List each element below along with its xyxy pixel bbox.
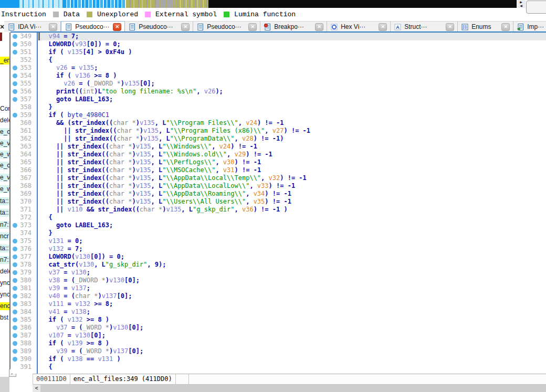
function-list-item[interactable]: Cor xyxy=(0,105,9,113)
code-line[interactable]: 373 goto LABEL_163; xyxy=(10,221,546,229)
pseudocode-status-bar: 000111D0enc_all_files:349 (411DD0) xyxy=(33,374,546,385)
navband-scroll-control[interactable]: ▶ ◀ xyxy=(517,0,526,8)
line-number: 372 xyxy=(16,214,32,221)
tab-pseudocode-3[interactable]: Pseudoco···✕ xyxy=(193,21,260,32)
code-line[interactable]: 382 v40 = (char *)v137[0]; xyxy=(10,292,546,300)
code-text: { xyxy=(38,56,546,64)
tab-pseudocode-1[interactable]: Pseudoco···✕ xyxy=(61,21,125,32)
navband-scroll-forward-icon[interactable]: ▶ xyxy=(520,1,522,4)
code-line[interactable]: 370 || str_index((char *)v135, L"\\Users… xyxy=(10,198,546,206)
function-list-item[interactable]: ta:: xyxy=(0,209,9,217)
code-line[interactable]: 364 || str_index((char *)v135, L"\\Windo… xyxy=(10,151,546,158)
function-list-item[interactable]: e_wi xyxy=(0,151,9,158)
code-line[interactable]: 378 cat_str(v130, L"g_skp_dir", 9); xyxy=(10,261,546,269)
tab-breakpoints-4[interactable]: Breakpo···✕ xyxy=(260,21,327,32)
code-line[interactable]: 361 || str_index((char *)v135, L"\\Progr… xyxy=(10,127,546,135)
close-panel-button[interactable]: × xyxy=(0,21,4,32)
function-list-item[interactable]: ncr xyxy=(0,232,9,240)
tab-close-button[interactable]: ✕ xyxy=(501,23,510,31)
navband-detach-button[interactable] xyxy=(526,1,546,14)
code-line[interactable]: 389 v39 = (_WORD *)v137[0]; xyxy=(10,347,546,355)
code-line[interactable]: 355 v26 = (_DWORD *)v135[0]; xyxy=(10,80,546,88)
code-line[interactable]: 352 { xyxy=(10,56,546,64)
code-line[interactable]: 365 || str_index((char *)v135, L"\\PerfL… xyxy=(10,158,546,166)
tab-imports-8[interactable]: Imp···✕ xyxy=(513,21,546,32)
code-line[interactable]: 388 if ( v139 >= 8 ) xyxy=(10,340,546,347)
tab-close-button[interactable]: ✕ xyxy=(446,23,454,31)
code-line[interactable]: 371 || v110 && str_index((char *)v135, L… xyxy=(10,206,546,214)
code-line[interactable]: 377 LOWORD(v130[0]) = 0; xyxy=(10,253,546,261)
code-line[interactable]: 368 || str_index((char *)v135, L"\\AppDa… xyxy=(10,182,546,190)
code-line[interactable]: 383 v111 = v132 >= 8; xyxy=(10,300,546,308)
code-line[interactable]: 380 v38 = (_DWORD *)v130[0]; xyxy=(10,277,546,284)
code-line[interactable]: 367 || str_index((char *)v135, L"\\AppDa… xyxy=(10,174,546,182)
scroll-left-button[interactable]: < xyxy=(33,385,40,392)
tab-enums-7[interactable]: Enums✕ xyxy=(458,21,513,32)
tab-close-button[interactable]: ✕ xyxy=(113,23,121,31)
code-line[interactable]: 358 } xyxy=(10,103,546,111)
function-list-item[interactable]: e_co xyxy=(0,128,9,136)
code-line[interactable]: 360 && (str_index((char *)v135, L"\\Prog… xyxy=(10,119,546,127)
code-line[interactable]: 351 if ( v135[4] > 0xF4u ) xyxy=(10,48,546,56)
code-line[interactable]: 376 v132 = 7; xyxy=(10,245,546,253)
navband-segment xyxy=(19,0,64,8)
function-list-item[interactable]: e_w xyxy=(0,185,9,193)
function-list-item[interactable]: n7:: xyxy=(0,256,9,264)
code-line[interactable]: 379 v37 = v130; xyxy=(10,269,546,277)
code-line[interactable]: 350 LOWORD(v93[0]) = 0; xyxy=(10,40,546,48)
code-line[interactable]: 391 { xyxy=(10,363,546,371)
tab-close-button[interactable]: ✕ xyxy=(49,23,57,31)
code-line[interactable]: 366 || str_index((char *)v135, L"\\MSOCa… xyxy=(10,166,546,174)
code-line[interactable]: 369 || str_index((char *)v135, L"\\AppDa… xyxy=(10,190,546,198)
code-line[interactable]: 384 v41 = v138; xyxy=(10,308,546,316)
line-number: 374 xyxy=(16,229,32,237)
pseudocode-view[interactable]: 349 v94 = 7;350 LOWORD(v93[0]) = 0;351 i… xyxy=(10,33,546,374)
code-line[interactable]: 387 v107 = v130[0]; xyxy=(10,332,546,340)
function-list-item[interactable]: _en xyxy=(0,57,9,65)
tab-ida-view-0[interactable]: IDA Vi···✕ xyxy=(4,21,61,32)
code-line[interactable]: 363 || str_index((char *)v135, L"\\Windo… xyxy=(10,143,546,151)
tab-pseudocode-2[interactable]: Pseudoco···✕ xyxy=(125,21,193,32)
function-list-item[interactable]: yncl xyxy=(0,279,9,287)
code-line[interactable]: 353 v26 = v135; xyxy=(10,64,546,72)
code-line[interactable]: 390 if ( v138 == v131 ) xyxy=(10,355,546,363)
tab-structures-6[interactable]: AStruct···✕ xyxy=(391,21,458,32)
code-line[interactable]: 359 if ( byte_4980C1 xyxy=(10,111,546,119)
tab-close-button[interactable]: ✕ xyxy=(315,23,323,31)
code-text: v40 = (char *)v137[0]; xyxy=(38,292,546,300)
tab-close-button[interactable]: ✕ xyxy=(248,23,257,31)
legend-label: Unexplored xyxy=(97,10,138,18)
code-line[interactable]: 354 if ( v136 >= 8 ) xyxy=(10,72,546,80)
tab-close-button[interactable]: ✕ xyxy=(181,23,190,31)
function-list-item[interactable]: e_vi xyxy=(0,140,9,147)
function-list-item[interactable]: ta:: xyxy=(0,197,9,205)
code-line[interactable]: 356 print((int)L"too long filename: %s\n… xyxy=(10,88,546,96)
line-number: 359 xyxy=(16,111,32,119)
code-line[interactable]: 374 } xyxy=(10,229,546,237)
tab-label: Struct··· xyxy=(404,23,427,30)
function-list-item[interactable]: dele xyxy=(0,268,9,276)
horizontal-scrollbar[interactable]: < xyxy=(33,385,546,392)
tab-close-button[interactable]: ✕ xyxy=(379,23,387,31)
code-text: || str_index((char *)v135, L"\\AppData\\… xyxy=(38,174,546,182)
code-line[interactable]: 375 v131 = 0; xyxy=(10,237,546,245)
navband-scroll-back-icon[interactable]: ◀ xyxy=(520,4,522,8)
code-line[interactable]: 362 || str_index((char *)v135, L"\\Progr… xyxy=(10,135,546,143)
function-list-item[interactable]: enc xyxy=(0,302,9,310)
function-list-item[interactable]: yncl xyxy=(0,291,9,299)
code-line[interactable]: 386 v37 = (_WORD *)v130[0]; xyxy=(10,324,546,332)
function-list-item[interactable]: dele xyxy=(0,116,9,124)
code-line[interactable]: 349 v94 = 7; xyxy=(10,33,546,40)
code-line[interactable]: 381 v39 = v137; xyxy=(10,284,546,292)
code-line[interactable]: 357 goto LABEL_163; xyxy=(10,96,546,103)
ida-pro-window: ▶ ◀ InstructionDataUnexploredExternal sy… xyxy=(0,0,546,392)
function-list-item[interactable]: e_vi xyxy=(0,174,9,182)
navigation-band[interactable] xyxy=(0,0,517,8)
function-list-item[interactable]: bst xyxy=(0,314,9,322)
function-list-item[interactable]: e_co xyxy=(0,162,9,169)
tab-hex-view-5[interactable]: Hex Vi···✕ xyxy=(327,21,391,32)
code-line[interactable]: 385 if ( v132 >= 8 ) xyxy=(10,316,546,324)
function-list-item[interactable]: ta:: xyxy=(0,245,9,252)
code-line[interactable]: 372 { xyxy=(10,214,546,221)
function-list-item[interactable]: n7:: xyxy=(0,221,9,229)
